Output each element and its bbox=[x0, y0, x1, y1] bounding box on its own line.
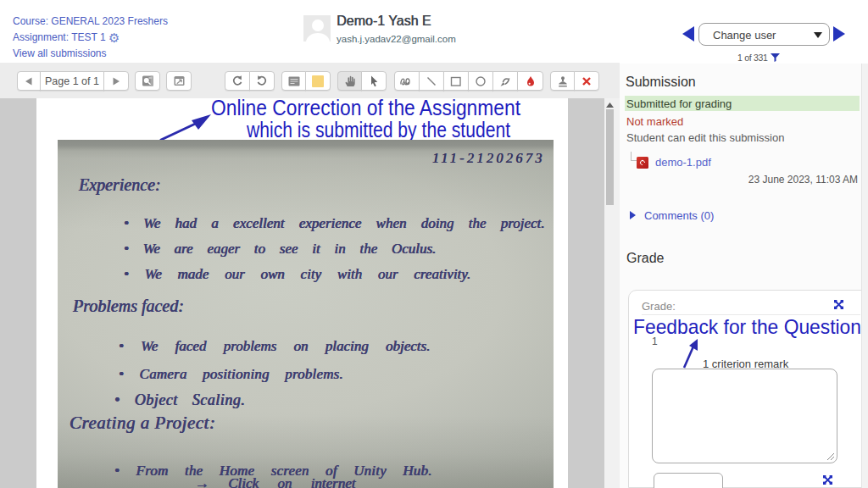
svg-text:Feedback for the Question: Feedback for the Question bbox=[633, 316, 861, 338]
svg-text:Online Correction of the Assig: Online Correction of the Assignment bbox=[211, 98, 520, 119]
svg-text:which is submitted by the stud: which is submitted by the student bbox=[246, 118, 510, 141]
